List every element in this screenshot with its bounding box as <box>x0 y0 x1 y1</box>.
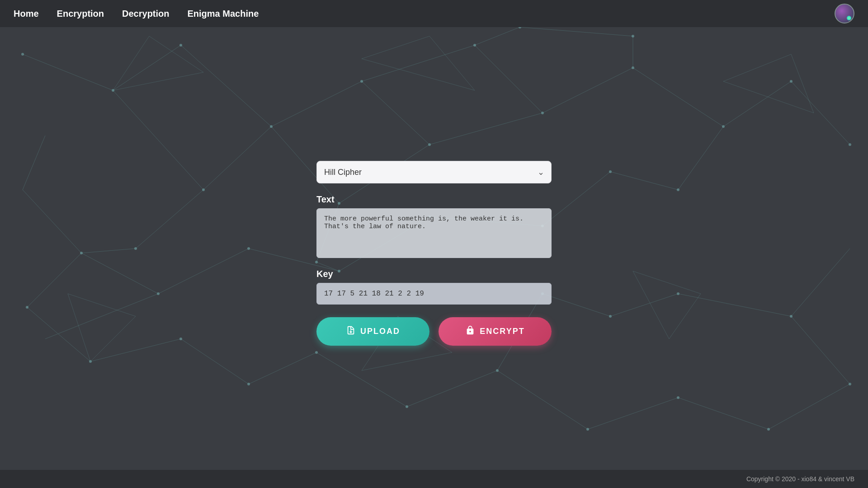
footer: Copyright © 2020 - xio84 & vincent VB <box>0 470 868 488</box>
lock-icon <box>465 325 475 338</box>
key-input[interactable] <box>316 283 552 305</box>
encrypt-label: ENCRYPT <box>480 327 524 336</box>
upload-button[interactable]: UPLOAD <box>316 317 429 346</box>
text-input[interactable]: The more powerful something is, the weak… <box>316 208 552 258</box>
upload-icon <box>346 325 356 338</box>
nav-enigma[interactable]: Enigma Machine <box>188 9 259 19</box>
buttons-row: UPLOAD ENCRYPT <box>316 317 552 346</box>
navbar: Home Encryption Decryption Enigma Machin… <box>0 0 868 27</box>
cipher-select[interactable]: Hill Cipher Caesar Cipher Vigenere Ciphe… <box>316 161 552 183</box>
cipher-dropdown-wrapper: Hill Cipher Caesar Cipher Vigenere Ciphe… <box>316 161 552 183</box>
text-label: Text <box>316 194 552 205</box>
form-container: Hill Cipher Caesar Cipher Vigenere Ciphe… <box>316 161 552 346</box>
nav-home[interactable]: Home <box>14 9 39 19</box>
nav-decryption[interactable]: Decryption <box>122 9 169 19</box>
key-label: Key <box>316 269 552 279</box>
upload-label: UPLOAD <box>360 327 400 336</box>
main-content: Hill Cipher Caesar Cipher Vigenere Ciphe… <box>0 27 868 470</box>
copyright-text: Copyright © 2020 - xio84 & vincent VB <box>746 475 854 483</box>
avatar[interactable] <box>835 4 854 23</box>
nav-encryption[interactable]: Encryption <box>57 9 104 19</box>
encrypt-button[interactable]: ENCRYPT <box>439 317 552 346</box>
